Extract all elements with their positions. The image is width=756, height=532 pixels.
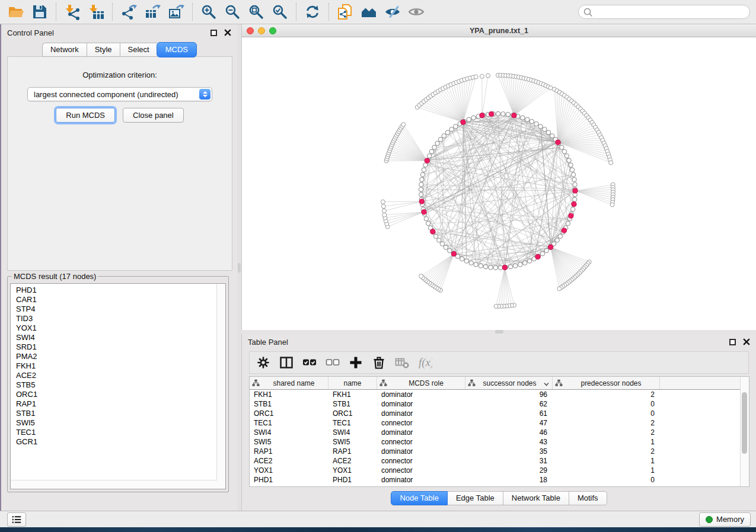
- tab-motifs[interactable]: Motifs: [569, 491, 607, 505]
- table-row[interactable]: STB1STB1dominator620: [250, 399, 749, 409]
- memory-status-icon: [706, 516, 713, 523]
- vertical-splitter[interactable]: [237, 24, 241, 511]
- table-tabs: Node TableEdge TableNetwork TableMotifs: [242, 491, 756, 505]
- search-field[interactable]: [578, 5, 750, 19]
- deselect-all-button[interactable]: [324, 354, 342, 371]
- optimization-criterion-select[interactable]: largest connected component (undirected): [27, 87, 212, 101]
- tab-edge-table[interactable]: Edge Table: [448, 491, 503, 505]
- tab-select[interactable]: Select: [120, 43, 157, 57]
- float-panel-icon[interactable]: [210, 30, 217, 36]
- table-cell: STB1: [250, 400, 328, 408]
- table-vscrollbar[interactable]: [740, 377, 749, 486]
- zoom-fit-button[interactable]: [244, 2, 268, 22]
- table-cell: SWI4: [328, 428, 377, 437]
- table-cell: connector: [377, 438, 465, 446]
- vertical-splitter-grip[interactable]: [238, 263, 241, 273]
- mcds-result-node[interactable]: SRD1: [16, 342, 217, 352]
- mcds-result-title: MCDS result (17 nodes): [12, 272, 98, 281]
- zoom-selected-button[interactable]: [268, 2, 292, 22]
- close-panel-button[interactable]: Close panel: [123, 108, 184, 123]
- table-cell: FKH1: [328, 390, 377, 399]
- tab-node-table[interactable]: Node Table: [391, 491, 448, 505]
- table-row[interactable]: ORC1ORC1dominator610: [250, 409, 749, 418]
- clone-network-icon: [337, 4, 353, 20]
- close-table-panel-icon[interactable]: [743, 338, 750, 345]
- table-row[interactable]: SWI5SWI5connector431: [250, 437, 749, 447]
- mcds-list-hscrollbar[interactable]: [11, 480, 217, 489]
- memory-button[interactable]: Memory: [699, 512, 751, 527]
- first-neighbors-button[interactable]: [357, 2, 381, 22]
- tab-network-table[interactable]: Network Table: [503, 491, 569, 505]
- column-header-name[interactable]: name: [328, 377, 377, 389]
- export-image-button[interactable]: [164, 2, 188, 22]
- zoom-in-button[interactable]: [197, 2, 221, 22]
- network-canvas[interactable]: [242, 37, 756, 330]
- mcds-list-vscrollbar[interactable]: [216, 284, 225, 480]
- clone-network-button[interactable]: [333, 2, 357, 22]
- column-header-predecessor-nodes[interactable]: predecessor nodes: [553, 377, 660, 389]
- mcds-result-node[interactable]: PMA2: [16, 352, 217, 361]
- import-table-button[interactable]: [84, 2, 108, 22]
- mcds-result-node[interactable]: PHD1: [16, 286, 217, 295]
- table-cell: connector: [377, 457, 465, 465]
- table-row[interactable]: ACE2ACE2connector311: [250, 456, 749, 466]
- mcds-result-node[interactable]: SWI5: [16, 418, 217, 428]
- optimization-criterion-label: Optimization criterion:: [8, 70, 232, 79]
- column-header-successor-nodes[interactable]: successor nodes: [465, 377, 553, 389]
- table-row[interactable]: SWI4SWI4dominator462: [250, 428, 749, 437]
- delete-column-button[interactable]: [370, 354, 388, 371]
- save-session-button[interactable]: [28, 2, 52, 22]
- mcds-result-node[interactable]: ACE2: [16, 371, 217, 380]
- table-row[interactable]: FKH1FKH1dominator962: [250, 390, 749, 399]
- mcds-result-node[interactable]: TEC1: [16, 428, 217, 437]
- mcds-result-node[interactable]: GCR1: [16, 437, 217, 447]
- mcds-result-list[interactable]: PHD1CAR1STP4TID3YOX1SWI4SRD1PMA2FKH1ACE2…: [10, 283, 226, 489]
- control-panel: Control Panel NetworkStyleSelectMCDS Opt…: [1, 24, 237, 511]
- mcds-result-node[interactable]: SWI4: [16, 333, 217, 342]
- run-mcds-button[interactable]: Run MCDS: [56, 108, 115, 123]
- export-table-button[interactable]: [141, 2, 164, 22]
- table-scroll-thumb[interactable]: [742, 392, 747, 454]
- mcds-result-node[interactable]: STP4: [16, 305, 217, 314]
- zoom-out-button[interactable]: [221, 2, 244, 22]
- mcds-result-node[interactable]: TID3: [16, 314, 217, 323]
- refresh-layout-button[interactable]: [301, 2, 324, 22]
- export-network-icon: [121, 4, 137, 20]
- mcds-result-node[interactable]: ORC1: [16, 390, 217, 399]
- table-row[interactable]: TEC1TEC1connector472: [250, 418, 749, 428]
- open-file-button[interactable]: [4, 2, 28, 22]
- table-cell: 1: [553, 457, 660, 465]
- select-all-button[interactable]: [301, 354, 318, 371]
- mcds-result-node[interactable]: YOX1: [16, 323, 217, 333]
- network-window-titlebar[interactable]: YPA_prune.txt_1: [242, 24, 756, 37]
- tab-mcds[interactable]: MCDS: [157, 42, 197, 57]
- column-chooser-button[interactable]: [277, 354, 295, 371]
- table-cell: 31: [465, 457, 553, 465]
- column-header-shared-name[interactable]: shared name: [250, 377, 328, 389]
- chevron-down-icon[interactable]: [544, 378, 549, 389]
- mcds-result-node[interactable]: STB1: [16, 409, 217, 418]
- hide-selected-button[interactable]: [381, 2, 404, 22]
- export-network-button[interactable]: [117, 2, 141, 22]
- settings-gear-button[interactable]: [254, 354, 272, 371]
- show-all-button[interactable]: [404, 2, 428, 22]
- float-table-panel-icon[interactable]: [729, 339, 736, 345]
- column-header-MCDS-role[interactable]: MCDS role: [377, 377, 465, 389]
- zoom-selected-icon: [272, 4, 288, 20]
- table-row[interactable]: YOX1YOX1connector291: [250, 466, 749, 475]
- zoom-fit-icon: [248, 4, 264, 20]
- tab-network[interactable]: Network: [42, 43, 87, 57]
- mcds-result-node[interactable]: STB5: [16, 380, 217, 390]
- delete-column-icon: [372, 355, 386, 370]
- mcds-result-node[interactable]: RAP1: [16, 399, 217, 409]
- table-row[interactable]: RAP1RAP1dominator352: [250, 447, 749, 456]
- mcds-result-node[interactable]: FKH1: [16, 361, 217, 371]
- add-column-button[interactable]: [347, 354, 365, 371]
- close-panel-icon[interactable]: [224, 29, 231, 36]
- show-panels-button[interactable]: [7, 512, 26, 527]
- tab-style[interactable]: Style: [87, 43, 120, 57]
- import-network-button[interactable]: [60, 2, 84, 22]
- mcds-result-node[interactable]: CAR1: [16, 295, 217, 305]
- search-input[interactable]: [595, 7, 749, 17]
- table-row[interactable]: PHD1PHD1dominator180: [250, 475, 749, 485]
